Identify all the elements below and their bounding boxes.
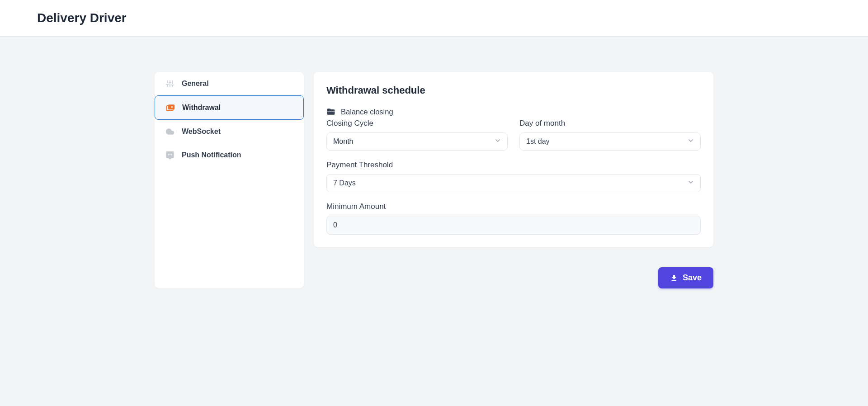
form-row-minimum-amount: Minimum Amount [326,202,701,235]
payment-threshold-label: Payment Threshold [326,161,701,170]
form-row-threshold: Payment Threshold 7 Days [326,161,701,192]
sidebar-item-label: Push Notification [182,151,241,159]
section-label-balance-closing: Balance closing [326,107,701,116]
form-group-minimum-amount: Minimum Amount [326,202,701,235]
save-button[interactable]: Save [658,267,713,288]
folder-open-icon [326,107,335,116]
sidebar-item-label: WebSocket [182,127,221,136]
sidebar-item-label: Withdrawal [182,104,221,112]
svg-point-5 [171,154,172,155]
day-of-month-select[interactable]: 1st day [519,132,701,151]
sidebar-item-withdrawal[interactable]: Withdrawal [155,95,304,120]
page-header: Delivery Driver [0,0,868,37]
wallet-icon [166,103,175,112]
svg-point-3 [168,154,169,155]
closing-cycle-label: Closing Cycle [326,119,508,128]
form-group-day-of-month: Day of month 1st day [519,119,701,151]
form-row-closing: Closing Cycle Month Day of month 1st day [326,119,701,151]
message-icon [165,151,175,160]
section-label-text: Balance closing [341,108,393,116]
cloud-icon [165,127,175,136]
closing-cycle-select[interactable]: Month [326,132,508,151]
day-of-month-label: Day of month [519,119,701,128]
payment-threshold-select[interactable]: 7 Days [326,174,701,192]
sidebar-item-general[interactable]: General [155,72,304,95]
sidebar-item-websocket[interactable]: WebSocket [155,120,304,143]
minimum-amount-input[interactable] [326,216,701,235]
save-icon [670,274,678,282]
closing-cycle-select-wrapper: Month [326,132,508,151]
save-wrapper: Save [314,267,713,288]
form-group-closing-cycle: Closing Cycle Month [326,119,508,151]
save-button-label: Save [683,273,702,283]
svg-point-4 [170,154,170,155]
sidebar: General Withdrawal WebSocket [155,72,304,288]
card-title: Withdrawal schedule [326,85,701,96]
minimum-amount-label: Minimum Amount [326,202,701,211]
page-title: Delivery Driver [37,11,831,25]
main-column: Withdrawal schedule Balance closing Clos… [314,72,713,288]
settings-card: Withdrawal schedule Balance closing Clos… [314,72,713,247]
form-group-payment-threshold: Payment Threshold 7 Days [326,161,701,192]
sidebar-item-push-notification[interactable]: Push Notification [155,143,304,167]
svg-point-2 [171,106,173,108]
day-of-month-select-wrapper: 1st day [519,132,701,151]
sidebar-item-label: General [182,80,209,88]
main-container: General Withdrawal WebSocket [118,37,750,307]
sliders-icon [165,79,175,88]
payment-threshold-select-wrapper: 7 Days [326,174,701,192]
